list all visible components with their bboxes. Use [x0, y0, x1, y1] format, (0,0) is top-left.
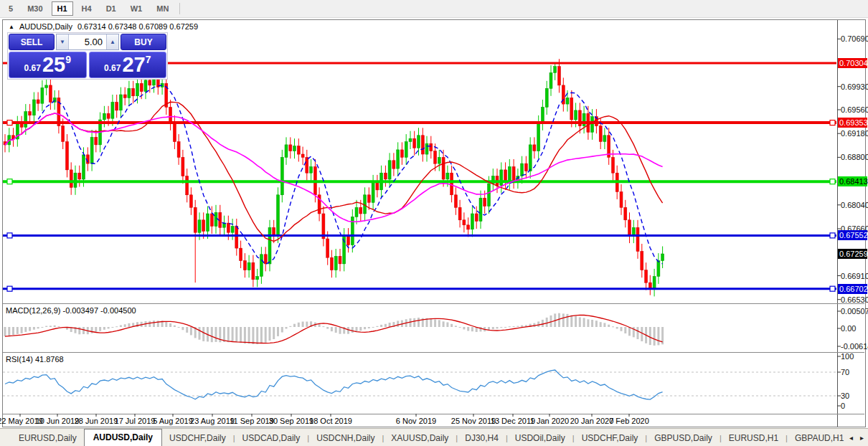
sell-price-prefix: 0.67 — [24, 63, 41, 73]
date-axis-label: 20 Jan 2020 — [570, 417, 614, 425]
timeframe-button-m30[interactable]: M30 — [22, 1, 48, 16]
date-axis-label: 28 Jun 2019 — [75, 417, 118, 425]
chart-tab-eurusd-h1[interactable]: EURUSD,H1 — [722, 431, 786, 446]
rsi-tick-label: 30 — [841, 391, 868, 401]
macd-indicator-label: MACD(12,26,9) -0.003497 -0.004500 — [6, 306, 136, 315]
price-level-badge: 0.69353 — [838, 118, 867, 128]
one-click-trading-panel: SELL ▼ ▲ BUY 0.67 25 9 0.67 27 7 — [7, 32, 168, 80]
mt4-terminal: 5M30H1H4D1W1MN ▲ AUDUSD,Daily 0.67314 0.… — [0, 0, 868, 446]
timeframe-button-5[interactable]: 5 — [3, 1, 19, 16]
chart-tabs-bar: EURUSD,DailyAUDUSD,DailyUSDCHF,Daily|USD… — [0, 428, 868, 446]
date-axis-label: 1 Jan 2020 — [530, 417, 569, 425]
price-tick-label: 0.68040 — [841, 200, 868, 210]
price-tick-label: 0.68800 — [841, 152, 868, 162]
price-tick-label: 0.66530 — [841, 295, 868, 305]
sell-price-big: 25 — [42, 54, 65, 75]
tab-scroll-right-icon[interactable]: ▸ — [860, 435, 864, 442]
date-axis-label: 13 Dec 2019 — [491, 417, 535, 425]
chart-tab-usdchf-daily[interactable]: USDCHF,Daily — [575, 431, 646, 446]
date-axis-label: 30 Sep 2019 — [269, 417, 313, 425]
date-axis-label: 11 Sep 2019 — [230, 417, 274, 425]
chart-ohlc-values: 0.67314 0.67348 0.67089 0.67259 — [77, 22, 198, 31]
volume-input[interactable] — [69, 34, 106, 49]
chart-title: AUDUSD,Daily — [19, 22, 72, 31]
price-tick-label: 0.69560 — [841, 105, 868, 115]
price-level-badge: 0.66702 — [838, 284, 867, 294]
tab-scroll-left-icon[interactable]: ◂ — [849, 435, 853, 442]
chart-tab-audusd-daily[interactable]: AUDUSD,Daily — [84, 429, 162, 446]
tab-scroll-buttons: ◂ ▸ — [849, 435, 864, 442]
price-level-badge: 0.68413 — [838, 176, 867, 186]
volume-stepper: ▼ ▲ — [56, 34, 119, 50]
current-price-badge: 0.67259 — [838, 249, 867, 259]
price-tick-label: 0.69930 — [841, 82, 868, 92]
chart-tab-gbpusd-daily[interactable]: GBPUSD,Daily — [647, 431, 720, 446]
volume-increase-icon[interactable]: ▲ — [106, 34, 118, 49]
buy-price-display[interactable]: 0.67 27 7 — [89, 52, 167, 78]
chart-tab-xauusd-daily[interactable]: XAUUSD,Daily — [384, 431, 456, 446]
timeframe-button-w1[interactable]: W1 — [125, 1, 148, 16]
date-axis-label: 5 Aug 2019 — [153, 417, 193, 425]
chart-tab-usdcad-daily[interactable]: USDCAD,Daily — [235, 431, 308, 446]
buy-price-prefix: 0.67 — [104, 63, 121, 73]
date-axis-label: 6 Nov 2019 — [396, 417, 436, 425]
price-level-badge: 0.67552 — [838, 230, 867, 240]
chart-tab-usdchf-daily[interactable]: USDCHF,Daily — [162, 431, 233, 446]
date-axis-label: 18 Oct 2019 — [309, 417, 352, 425]
price-tick-label: 0.69180 — [841, 128, 868, 138]
date-axis-label: 17 Jul 2019 — [115, 417, 156, 425]
sell-price-display[interactable]: 0.67 25 9 — [9, 52, 87, 78]
timeframe-button-mn[interactable]: MN — [151, 1, 174, 16]
price-level-badge: 0.70304 — [838, 58, 867, 68]
chart-tab-usdoil-daily[interactable]: USDOil,Daily — [508, 431, 572, 446]
buy-price-sup: 7 — [146, 54, 151, 65]
date-axis-label: 23 Aug 2019 — [190, 417, 235, 425]
rsi-tick-label: 70 — [841, 367, 868, 377]
rsi-indicator-label: RSI(14) 41.8768 — [6, 355, 64, 364]
chart-tab-dj30-h4[interactable]: DJ30,H4 — [458, 431, 506, 446]
macd-tick-label: 0.00 — [841, 323, 868, 333]
price-tick-label: 0.70690 — [841, 34, 868, 44]
timeframe-button-h4[interactable]: H4 — [76, 1, 98, 16]
date-axis-label: 10 Jun 2019 — [36, 417, 80, 425]
sell-price-sup: 9 — [65, 54, 71, 65]
rsi-tick-label: 0 — [841, 401, 868, 411]
chart-tab-usdcnh-daily[interactable]: USDCNH,Daily — [309, 431, 382, 446]
timeframe-button-d1[interactable]: D1 — [100, 1, 122, 16]
sell-button[interactable]: SELL — [9, 34, 55, 50]
buy-button[interactable]: BUY — [121, 34, 166, 50]
date-axis-label: 7 Feb 2020 — [609, 417, 649, 425]
price-tick-label: 0.66910 — [841, 271, 868, 281]
chart-tab-gbpaud-h1[interactable]: GBPAUD,H1 — [788, 431, 851, 446]
chart-window — [2, 19, 866, 427]
collapse-chart-icon[interactable]: ▲ — [9, 24, 14, 30]
date-axis-label: 25 Nov 2019 — [451, 417, 496, 425]
rsi-tick-label: 100 — [841, 351, 868, 361]
buy-price-big: 27 — [122, 54, 145, 75]
timeframe-button-h1[interactable]: H1 — [52, 1, 73, 16]
chart-tab-eurusd-daily[interactable]: EURUSD,Daily — [11, 431, 84, 446]
macd-tick-label: 0.005076 — [841, 306, 868, 316]
chart-header: ▲ AUDUSD,Daily 0.67314 0.67348 0.67089 0… — [9, 22, 198, 31]
volume-decrease-icon[interactable]: ▼ — [57, 34, 69, 49]
macd-tick-label: -0.006148 — [841, 341, 868, 351]
toolbar-divider — [179, 3, 180, 14]
timeframe-toolbar: 5M30H1H4D1W1MN — [0, 0, 868, 18]
